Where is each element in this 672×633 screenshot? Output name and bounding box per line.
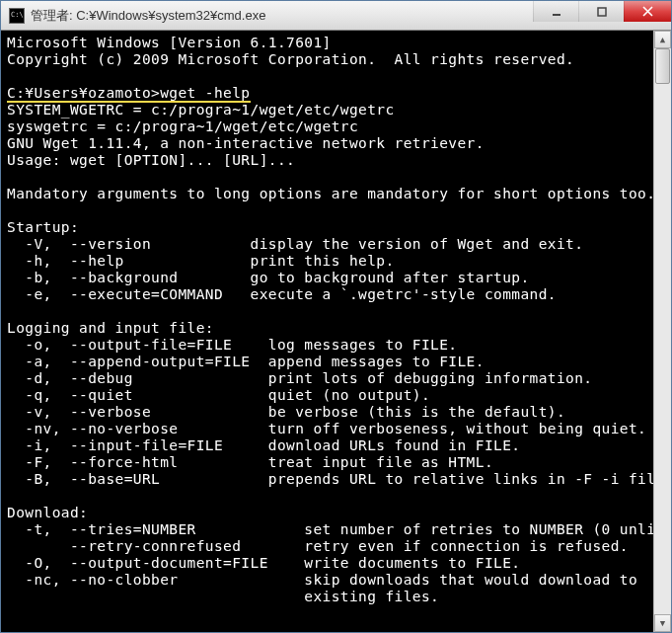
terminal-area: Microsoft Windows [Version 6.1.7601] Cop… [1, 31, 671, 632]
titlebar[interactable]: 管理者: C:¥Windows¥system32¥cmd.exe [1, 1, 671, 31]
cmd-icon [9, 8, 25, 24]
terminal-output[interactable]: Microsoft Windows [Version 6.1.7601] Cop… [1, 31, 653, 632]
scroll-down-button[interactable]: ▼ [654, 614, 671, 632]
scroll-up-button[interactable]: ▲ [654, 31, 671, 48]
minimize-icon [552, 7, 561, 17]
minimize-button[interactable] [533, 1, 578, 22]
close-icon [642, 6, 653, 17]
scroll-thumb[interactable] [655, 48, 670, 84]
maximize-icon [597, 7, 607, 17]
window-controls [533, 1, 671, 30]
scrollbar[interactable]: ▲ ▼ [653, 31, 671, 632]
cmd-window: 管理者: C:¥Windows¥system32¥cmd.exe Microso… [0, 0, 672, 633]
scroll-track[interactable] [654, 48, 671, 614]
svg-rect-1 [598, 8, 606, 16]
close-button[interactable] [624, 1, 671, 22]
svg-rect-0 [553, 14, 560, 16]
maximize-button[interactable] [578, 1, 624, 22]
window-title: 管理者: C:¥Windows¥system32¥cmd.exe [31, 7, 533, 25]
